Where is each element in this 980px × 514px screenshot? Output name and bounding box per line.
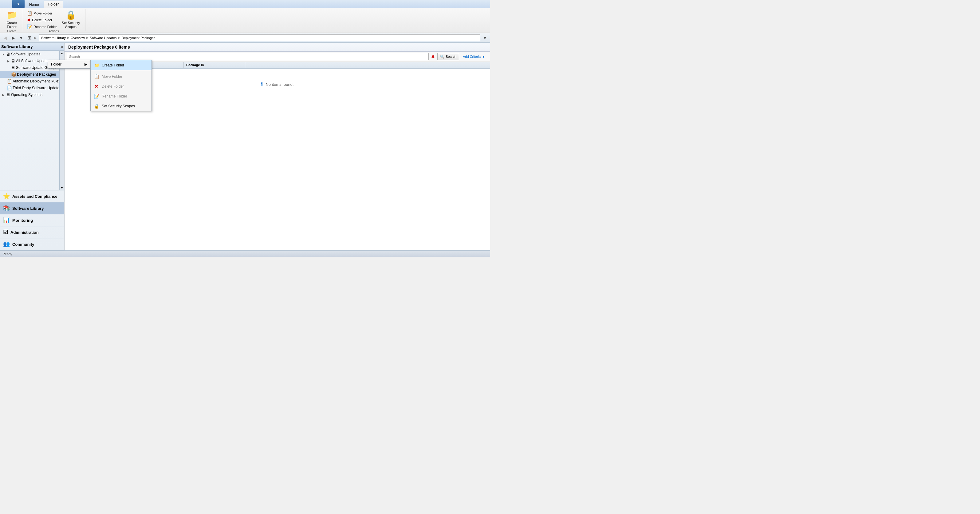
back-button[interactable]: ◀ <box>2 34 9 41</box>
empty-message-text: No items found. <box>266 82 293 87</box>
move-folder-icon: 📋 <box>27 11 32 16</box>
sidebar-scroll-down-icon[interactable]: ▼ <box>60 186 64 190</box>
sidebar-label-software-updates: Software Updates <box>11 52 40 56</box>
empty-message: ℹ No items found. <box>65 69 490 100</box>
sidebar-label-deployment-packages: Deployment Packages <box>17 72 56 77</box>
column-header-package-id[interactable]: Package ID <box>184 62 245 68</box>
sidebar-item-operating-systems[interactable]: ▶ 🖥 Operating Systems <box>0 91 59 98</box>
delete-folder-button[interactable]: ✖ Delete Folder <box>25 17 58 23</box>
search-input[interactable] <box>67 53 429 60</box>
nav-dropdown-button[interactable]: ▼ <box>18 34 25 41</box>
breadcrumb-sep-1: ▶ <box>67 36 70 40</box>
ribbon-group-actions-buttons: 📋 Move Folder ✖ Delete Folder 📝 Rename F… <box>25 10 82 29</box>
home-icon-button[interactable]: ⊞ <box>26 34 33 41</box>
forward-button[interactable]: ▶ <box>10 34 17 41</box>
move-folder-button[interactable]: 📋 Move Folder <box>25 10 58 17</box>
breadcrumb[interactable]: Software Library ▶ Overview ▶ Software U… <box>39 34 480 41</box>
column-header-name[interactable]: Name <box>92 62 184 68</box>
tab-home[interactable]: Home <box>25 1 44 8</box>
sidebar-nav-items: ⭐ Assets and Compliance 📚 Software Libra… <box>0 190 64 251</box>
tab-folder[interactable]: Folder <box>44 1 63 8</box>
rename-folder-icon: 📝 <box>27 24 32 29</box>
sidebar-label-os: Operating Systems <box>11 93 42 97</box>
status-bar: Ready <box>0 251 490 257</box>
column-header-icon[interactable]: Icon <box>67 62 92 68</box>
add-criteria-label: Add Criteria <box>463 55 480 59</box>
breadcrumb-item-overview[interactable]: Overview <box>71 36 85 40</box>
sidebar-item-software-update-groups[interactable]: 🖥 Software Update Groups <box>0 64 59 71</box>
ribbon-small-action-buttons: 📋 Move Folder ✖ Delete Folder 📝 Rename F… <box>25 10 58 29</box>
nav-item-software-library[interactable]: 📚 Software Library <box>0 203 64 214</box>
app-menu-button[interactable]: ▼ <box>12 0 25 8</box>
nav-item-assets[interactable]: ⭐ Assets and Compliance <box>0 190 64 203</box>
breadcrumb-sep-0: ▶ <box>34 36 37 40</box>
ribbon-group-create-label: Create <box>7 30 16 33</box>
sidebar-label-adr: Automatic Deployment Rules <box>13 79 59 83</box>
status-text: Ready <box>2 252 12 256</box>
sidebar-item-software-updates[interactable]: ▲ 🖥 Software Updates <box>0 51 59 57</box>
sidebar-item-deployment-packages[interactable]: 📦 Deployment Packages <box>0 71 59 78</box>
nav-item-assets-label: Assets and Compliance <box>12 194 57 199</box>
ribbon: ▼ Home Folder 📁 CreateFolder Create 📋 Mo… <box>0 0 490 33</box>
adr-icon: 📋 <box>7 79 12 84</box>
nav-bar: ◀ ▶ ▼ ⊞ ▶ Software Library ▶ Overview ▶ … <box>0 33 490 43</box>
column-package-id-label: Package ID <box>186 63 204 67</box>
nav-item-monitoring[interactable]: 📊 Monitoring <box>0 214 64 227</box>
app-menu-arrow-icon: ▼ <box>17 2 20 6</box>
all-software-updates-icon: 🖥 <box>11 59 15 63</box>
table-resize-0[interactable]: ⬆ <box>65 62 67 68</box>
third-party-icon: 📄 <box>7 86 12 91</box>
software-library-icon: 📚 <box>3 205 10 212</box>
nav-item-community-label: Community <box>12 242 34 247</box>
sidebar-item-automatic-deployment-rules[interactable]: 📋 Automatic Deployment Rules <box>0 78 59 85</box>
nav-item-community[interactable]: 👥 Community <box>0 238 64 251</box>
community-icon: 👥 <box>3 241 10 247</box>
content-area: Deployment Packages 0 items ✖ 🔍 Search A… <box>65 43 490 251</box>
ribbon-group-create-buttons: 📁 CreateFolder <box>4 10 20 29</box>
sidebar-collapse-button[interactable]: ◀ <box>59 44 64 49</box>
expand-icon-all-software-updates[interactable]: ▶ <box>6 59 10 63</box>
expand-icon-os[interactable]: ▶ <box>1 93 6 97</box>
sidebar-tree: ▲ 🖥 Software Updates ▶ 🖥 All Software Up… <box>0 51 59 190</box>
column-name-label: Name <box>94 63 103 67</box>
sidebar-title: Software Library <box>1 44 33 49</box>
move-folder-label: Move Folder <box>33 11 52 15</box>
table-header: ⬆ Icon Name Package ID <box>65 62 490 69</box>
expand-icon-software-updates[interactable]: ▲ <box>1 53 6 56</box>
rename-folder-label: Rename Folder <box>33 25 57 29</box>
sidebar-item-third-party-catalogs[interactable]: 📄 Third-Party Software Update Catalogs <box>0 85 59 91</box>
breadcrumb-dropdown-button[interactable]: ▼ <box>482 34 488 41</box>
os-icon: 🖥 <box>6 92 10 97</box>
breadcrumb-item-software-updates[interactable]: Software Updates <box>90 36 116 40</box>
breadcrumb-item-library[interactable]: Software Library <box>41 36 66 40</box>
column-icon-label: Icon <box>70 63 76 67</box>
search-icon: 🔍 <box>440 55 444 59</box>
administration-icon: ☑ <box>3 229 8 236</box>
software-updates-icon: 🖥 <box>6 52 10 57</box>
search-clear-button[interactable]: ✖ <box>430 54 436 60</box>
delete-folder-label: Delete Folder <box>32 18 52 22</box>
rename-folder-button[interactable]: 📝 Rename Folder <box>25 23 58 30</box>
sidebar-item-all-software-updates[interactable]: ▶ 🖥 All Software Updates <box>0 57 59 64</box>
sidebar-scroll-panel[interactable]: ▲ ▼ <box>59 51 64 190</box>
add-criteria-dropdown-icon: ▼ <box>482 55 485 59</box>
set-security-scopes-button[interactable]: 🔒 Set SecurityScopes <box>60 10 82 29</box>
search-button[interactable]: 🔍 Search <box>437 53 459 60</box>
search-button-label: Search <box>445 55 457 59</box>
nav-item-administration-label: Administration <box>10 230 39 235</box>
nav-item-monitoring-label: Monitoring <box>12 218 33 223</box>
sidebar-scroll-up-icon[interactable]: ▲ <box>60 51 64 55</box>
add-criteria-button[interactable]: Add Criteria ▼ <box>460 53 488 60</box>
nav-item-administration[interactable]: ☑ Administration <box>0 227 64 238</box>
content-table: ⬆ Icon Name Package ID ℹ No items found. <box>65 62 490 251</box>
ribbon-tabs: ▼ Home Folder <box>0 0 490 8</box>
assets-icon: ⭐ <box>3 193 10 200</box>
create-folder-label: CreateFolder <box>6 21 17 29</box>
create-folder-button[interactable]: 📁 CreateFolder <box>4 10 20 29</box>
deployment-packages-icon: 📦 <box>11 72 16 77</box>
info-icon: ℹ <box>261 81 263 88</box>
set-security-scopes-label: Set SecurityScopes <box>62 21 80 29</box>
ribbon-content: 📁 CreateFolder Create 📋 Move Folder ✖ De… <box>0 8 490 33</box>
breadcrumb-item-deployment-packages[interactable]: Deployment Packages <box>121 36 155 40</box>
sidebar-label-software-update-groups: Software Update Groups <box>16 65 57 70</box>
